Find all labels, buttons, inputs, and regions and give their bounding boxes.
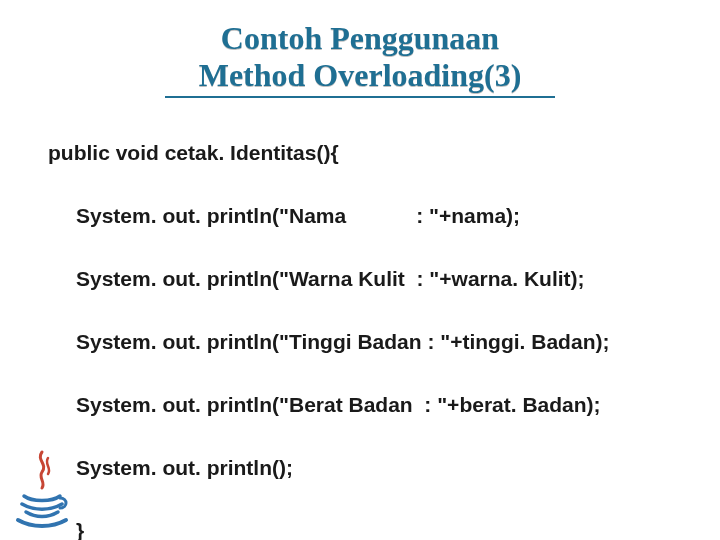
slide: Contoh Penggunaan Method Overloading(3) … <box>0 0 720 540</box>
code-line: System. out. println("Nama : "+nama); <box>48 200 672 232</box>
code-line: System. out. println("Warna Kulit : "+wa… <box>48 263 672 295</box>
code-line: System. out. println("Tinggi Badan : "+t… <box>48 326 672 358</box>
code-line: public void cetak. Identitas(){ <box>48 137 672 169</box>
code-line: System. out. println("Berat Badan : "+be… <box>48 389 672 421</box>
java-logo-icon <box>12 448 72 528</box>
title-line-1: Contoh Penggunaan <box>221 20 499 56</box>
code-block: public void cetak. Identitas(){ System. … <box>48 105 672 540</box>
slide-title: Contoh Penggunaan Method Overloading(3) <box>0 20 720 98</box>
code-line: System. out. println(); <box>48 452 672 484</box>
code-line: } <box>48 515 672 541</box>
title-line-2: Method Overloading(3) <box>165 57 555 98</box>
